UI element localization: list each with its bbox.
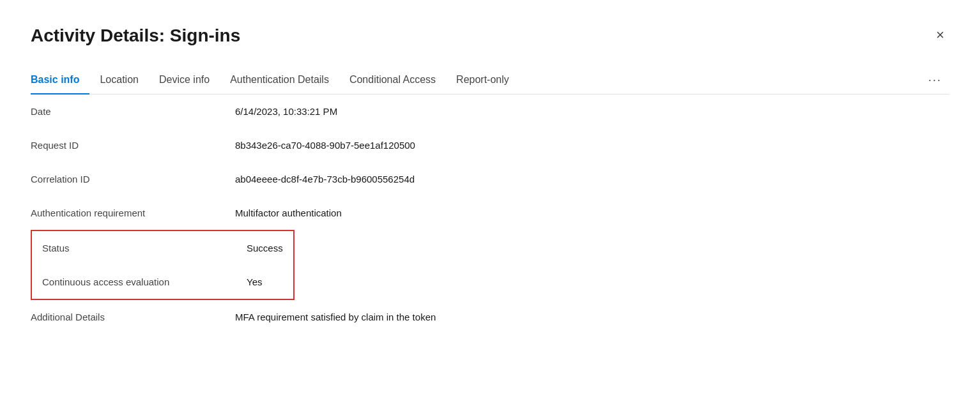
tab-bar: Basic info Location Device info Authenti…	[31, 66, 949, 94]
field-value-request-id: 8b343e26-ca70-4088-90b7-5ee1af120500	[235, 140, 415, 151]
field-row-correlation-id: Correlation ID ab04eeee-dc8f-4e7b-73cb-b…	[31, 162, 949, 196]
field-value-correlation-id: ab04eeee-dc8f-4e7b-73cb-b9600556254d	[235, 174, 415, 185]
field-label-cae: Continuous access evaluation	[42, 276, 247, 287]
field-row-status: Status Success	[32, 231, 293, 265]
field-label-auth-requirement: Authentication requirement	[31, 207, 235, 218]
field-label-date: Date	[31, 106, 235, 117]
tab-report-only[interactable]: Report-only	[446, 66, 519, 94]
field-value-additional-details: MFA requirement satisfied by claim in th…	[235, 312, 436, 322]
tab-basic-info[interactable]: Basic info	[31, 66, 89, 94]
tab-location[interactable]: Location	[89, 66, 149, 94]
tab-authentication-details[interactable]: Authentication Details	[220, 66, 339, 94]
field-row-request-id: Request ID 8b343e26-ca70-4088-90b7-5ee1a…	[31, 128, 949, 162]
field-label-additional-details: Additional Details	[31, 312, 235, 322]
field-row-auth-requirement: Authentication requirement Multifactor a…	[31, 196, 949, 230]
field-row-date: Date 6/14/2023, 10:33:21 PM	[31, 94, 949, 128]
activity-details-dialog: Activity Details: Sign-ins × Basic info …	[0, 0, 980, 415]
dialog-header: Activity Details: Sign-ins ×	[31, 26, 949, 46]
close-button[interactable]: ×	[931, 26, 949, 45]
field-row-cae: Continuous access evaluation Yes	[32, 265, 293, 299]
field-value-status: Success	[247, 243, 283, 253]
field-label-status: Status	[42, 243, 247, 253]
tab-conditional-access[interactable]: Conditional Access	[339, 66, 446, 94]
more-tabs-button[interactable]: ···	[921, 68, 949, 92]
tab-device-info[interactable]: Device info	[149, 66, 220, 94]
tab-content: Date 6/14/2023, 10:33:21 PM Request ID 8…	[31, 94, 949, 334]
field-value-auth-requirement: Multifactor authentication	[235, 207, 342, 218]
field-value-date: 6/14/2023, 10:33:21 PM	[235, 106, 337, 117]
field-label-correlation-id: Correlation ID	[31, 174, 235, 185]
field-row-additional-details: Additional Details MFA requirement satis…	[31, 300, 949, 334]
highlight-box: Status Success Continuous access evaluat…	[31, 230, 295, 300]
field-label-request-id: Request ID	[31, 140, 235, 151]
field-value-cae: Yes	[247, 276, 262, 287]
dialog-title: Activity Details: Sign-ins	[31, 26, 240, 46]
